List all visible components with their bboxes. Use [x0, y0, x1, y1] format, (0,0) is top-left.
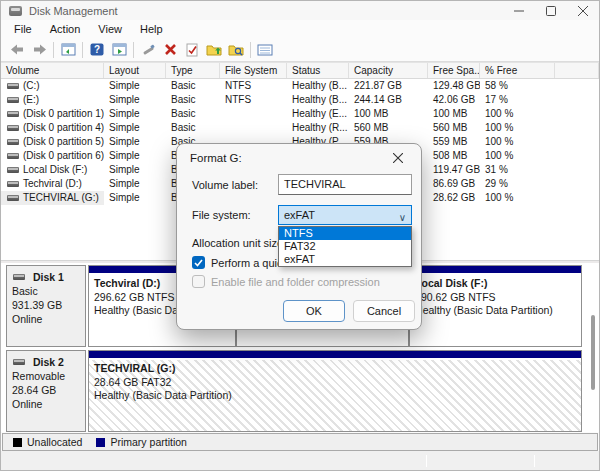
table-row[interactable]: (E:)SimpleBasicNTFSHealthy (B...244.14 G…	[1, 93, 599, 107]
partition-local-disk-f-[interactable]: Local Disk (F:)390.62 GB NTFSHealthy (Ba…	[409, 265, 582, 347]
legend-color-swatch	[96, 438, 105, 447]
back-icon[interactable]	[6, 40, 28, 60]
disk-icon	[7, 195, 19, 201]
partition-health: Healthy (Basic Data Partition)	[415, 304, 576, 318]
scrollbar-thumb[interactable]	[591, 315, 595, 390]
cell-fs: NTFS	[220, 79, 287, 93]
cell-layout: Simple	[104, 149, 166, 163]
delete-volume-icon[interactable]	[159, 40, 181, 60]
partition-techviral-g-[interactable]: TECHVIRAL (G:)28.64 GB FAT32Healthy (Bas…	[88, 350, 582, 432]
cell-fs: NTFS	[220, 93, 287, 107]
console-window-icon[interactable]	[57, 40, 79, 60]
disk-status: Online	[12, 397, 80, 411]
toolbar-separator	[53, 42, 54, 58]
cell-blank	[555, 191, 599, 205]
disk-management-window: Disk Management FileActionViewHelp ? Vol…	[0, 0, 600, 471]
window-controls	[503, 1, 599, 20]
open-folder-up-icon[interactable]	[203, 40, 225, 60]
volume-label-input[interactable]: TECHVIRAL	[278, 174, 412, 195]
allocation-unit-label: Allocation unit size:	[192, 237, 286, 249]
cell-pct: 31 %	[480, 163, 555, 177]
folder-search-icon[interactable]	[225, 40, 247, 60]
column-header-layout[interactable]: Layout	[104, 63, 166, 78]
volume-name: TECHVIRAL (G:)	[23, 191, 99, 205]
column-header-capacity[interactable]: Capacity	[349, 63, 428, 78]
volume-name: (Disk 0 partition 1)	[23, 107, 104, 121]
close-button[interactable]	[567, 1, 599, 20]
disk-name-text: Disk 2	[33, 355, 64, 369]
table-row[interactable]: (C:)SimpleBasicNTFSHealthy (B...221.87 G…	[1, 79, 599, 93]
cell-pct: 100 %	[480, 191, 555, 205]
primary-partition-band	[410, 266, 581, 274]
volume-name: (Disk 0 partition 5)	[23, 135, 104, 149]
cell-free: 28.62 GB	[428, 191, 480, 205]
cell-free: 559 MB	[428, 135, 480, 149]
cell-pct: 29 %	[480, 177, 555, 191]
cell-free: 86.69 GB	[428, 177, 480, 191]
column-header-volume[interactable]: Volume	[1, 63, 104, 78]
minimize-button[interactable]	[503, 1, 535, 20]
dropdown-option-ntfs[interactable]: NTFS	[279, 227, 411, 240]
compression-checkbox-row: Enable file and folder compression	[192, 275, 380, 288]
cell-type: Basic	[166, 107, 220, 121]
disk-name: Disk 1	[12, 270, 80, 284]
cell-layout: Simple	[104, 93, 166, 107]
volume-cell: (Disk 0 partition 4)	[1, 121, 104, 135]
dropdown-option-fat32[interactable]: FAT32	[279, 240, 411, 253]
volume-name: (Disk 0 partition 4)	[23, 121, 104, 135]
title-bar: Disk Management	[1, 1, 599, 20]
cell-status: Healthy (B...	[287, 93, 349, 107]
column-header-free-spa-[interactable]: Free Spa...	[428, 63, 480, 78]
properties-check-icon[interactable]	[181, 40, 203, 60]
legend-item-unallocated: Unallocated	[13, 436, 82, 448]
console-play-icon[interactable]	[108, 40, 130, 60]
column-header--free[interactable]: % Free	[480, 63, 555, 78]
dialog-close-icon[interactable]	[385, 148, 411, 168]
disk-icon	[13, 359, 25, 365]
table-row[interactable]: (Disk 0 partition 4)SimpleBasicHealthy (…	[1, 121, 599, 135]
menu-item-help[interactable]: Help	[131, 21, 172, 37]
menu-item-file[interactable]: File	[5, 21, 41, 37]
legend-bar: UnallocatedPrimary partition	[2, 433, 598, 451]
cell-pct: 100 %	[480, 107, 555, 121]
column-header-type[interactable]: Type	[166, 63, 220, 78]
cell-blank	[555, 107, 599, 121]
menu-bar: FileActionViewHelp	[1, 20, 599, 38]
disk-label-1[interactable]: Disk 1Basic931.39 GBOnline	[6, 265, 86, 347]
file-system-dropdown-list: NTFSFAT32exFAT	[278, 226, 412, 267]
toolbar: ?	[1, 38, 599, 62]
status-bar	[1, 451, 599, 470]
compression-label: Enable file and folder compression	[211, 276, 380, 288]
disk-icon	[7, 181, 19, 187]
disk-label-2[interactable]: Disk 2Removable28.64 GBOnline	[6, 350, 86, 432]
disk-size: 28.64 GB	[12, 383, 80, 397]
column-header-file-system[interactable]: File System	[220, 63, 287, 78]
file-system-combobox[interactable]: exFAT ∨	[278, 205, 412, 225]
table-row[interactable]: (Disk 0 partition 1)SimpleBasicHealthy (…	[1, 107, 599, 121]
cell-layout: Simple	[104, 163, 166, 177]
volume-name: Local Disk (F:)	[23, 163, 87, 177]
maximize-button[interactable]	[535, 1, 567, 20]
legend-label: Primary partition	[110, 436, 186, 448]
partition-info: Local Disk (F:)390.62 GB NTFSHealthy (Ba…	[410, 275, 581, 346]
cell-blank	[555, 149, 599, 163]
ok-button[interactable]: OK	[283, 300, 345, 322]
vertical-scrollbar[interactable]	[589, 265, 597, 430]
action-tool-icon[interactable]	[137, 40, 159, 60]
cell-free: 129.48 GB	[428, 79, 480, 93]
forward-icon[interactable]	[28, 40, 50, 60]
status-separator	[426, 455, 427, 467]
help-icon[interactable]: ?	[86, 40, 108, 60]
toolbar-separator	[133, 42, 134, 58]
checkbox-checked-icon[interactable]	[192, 256, 205, 269]
menu-item-action[interactable]: Action	[41, 21, 90, 37]
menu-item-view[interactable]: View	[89, 21, 131, 37]
dropdown-option-exfat[interactable]: exFAT	[279, 253, 411, 266]
cell-capacity: 221.87 GB	[349, 79, 428, 93]
column-header-status[interactable]: Status	[287, 63, 349, 78]
cancel-button[interactable]: Cancel	[353, 300, 415, 322]
details-view-icon[interactable]	[254, 40, 276, 60]
volume-cell: Local Disk (F:)	[1, 163, 104, 177]
column-header-blank[interactable]	[555, 63, 599, 78]
disk-icon	[7, 97, 19, 103]
